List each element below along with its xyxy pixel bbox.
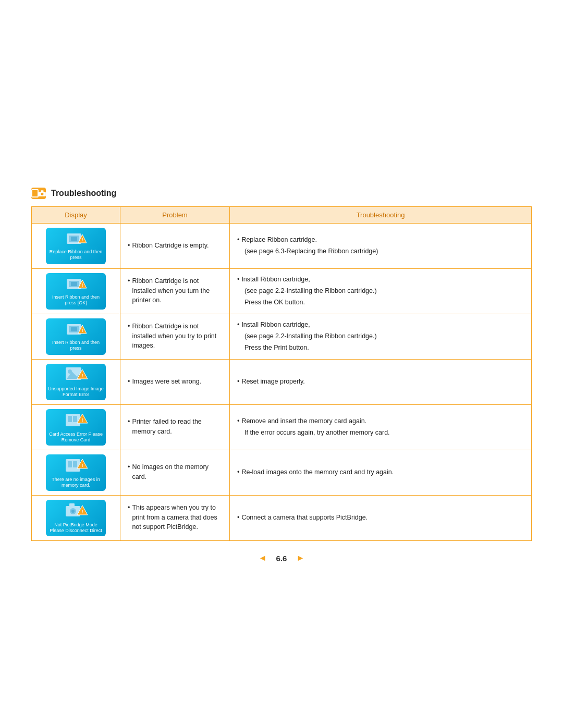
table-row: ! Not PictBridge Mode Please Disconnect … xyxy=(32,496,532,541)
col-header-troubleshooting: Troubleshooting xyxy=(230,207,532,224)
display-cell: ! Replace Ribbon and then press xyxy=(32,224,120,269)
display-cell: ! Card Access Error Please Remove Card xyxy=(32,405,120,450)
problem-cell: •Images were set wrong. xyxy=(120,360,230,405)
svg-rect-15 xyxy=(71,327,77,331)
troubleshoot-cell: •Re-load images onto the memory card and… xyxy=(230,450,532,496)
table-row: ! There are no images in memory card.•No… xyxy=(32,450,532,496)
page-number: 6.6 xyxy=(276,554,287,563)
problem-cell: •Ribbon Cartridge is not installed when … xyxy=(120,269,230,314)
prev-page-arrow[interactable]: ◄ xyxy=(259,553,267,563)
svg-rect-29 xyxy=(68,461,72,467)
problem-cell: •Printer failed to read the memory card. xyxy=(120,405,230,450)
table-row: ! Card Access Error Please Remove Card•P… xyxy=(32,405,532,450)
section-title: Troubleshooting xyxy=(31,188,532,199)
problem-cell: •No images on the memory card. xyxy=(120,450,230,496)
troubleshoot-cell: •Replace Ribbon cartridge.(see page 6.3-… xyxy=(230,224,532,269)
svg-rect-5 xyxy=(71,237,77,241)
section-icon xyxy=(31,188,46,199)
display-cell: ! There are no images in memory card. xyxy=(32,450,120,496)
page-navigation: ◄ 6.6 ► xyxy=(31,553,532,563)
svg-rect-10 xyxy=(71,282,77,286)
troubleshoot-cell: •Install Ribbon cartridge,(see page 2.2-… xyxy=(230,269,532,314)
section-title-text: Troubleshooting xyxy=(51,189,116,198)
troubleshoot-cell: •Remove and insert the memory card again… xyxy=(230,405,532,450)
display-cell: ! Insert Ribbon and then press [OK] xyxy=(32,269,120,314)
svg-text:!: ! xyxy=(81,417,83,423)
svg-text:!: ! xyxy=(81,328,83,333)
svg-rect-25 xyxy=(73,416,77,422)
troubleshoot-cell: •Reset image properly. xyxy=(230,360,532,405)
svg-rect-1 xyxy=(41,190,44,192)
col-header-problem: Problem xyxy=(120,207,230,224)
problem-cell: •Ribbon Cartridge is empty. xyxy=(120,224,230,269)
troubleshooting-table: Display Problem Troubleshooting ! Replac… xyxy=(31,206,532,541)
svg-rect-34 xyxy=(69,503,75,507)
troubleshoot-cell: •Connect a camera that supports PictBrid… xyxy=(230,496,532,541)
svg-text:!: ! xyxy=(81,509,83,514)
display-cell: ! Not PictBridge Mode Please Disconnect … xyxy=(32,496,120,541)
table-row: ! Insert Ribbon and then press [OK]•Ribb… xyxy=(32,269,532,314)
col-header-display: Display xyxy=(32,207,120,224)
svg-rect-24 xyxy=(68,416,72,422)
display-cell: ! Unsupported Image Image Format Error xyxy=(32,360,120,405)
problem-cell: •Ribbon Cartridge is not installed when … xyxy=(120,314,230,360)
display-cell: ! Insert Ribbon and then press xyxy=(32,314,120,360)
next-page-arrow[interactable]: ► xyxy=(296,553,304,563)
table-row: ! Insert Ribbon and then press•Ribbon Ca… xyxy=(32,314,532,360)
problem-cell: •This appears when you try to print from… xyxy=(120,496,230,541)
svg-point-36 xyxy=(71,510,75,513)
svg-text:!: ! xyxy=(81,237,83,242)
table-row: ! Unsupported Image Image Format Error•I… xyxy=(32,360,532,405)
svg-text:!: ! xyxy=(81,463,83,468)
svg-rect-30 xyxy=(73,461,77,467)
svg-text:!: ! xyxy=(81,282,83,288)
svg-text:!: ! xyxy=(81,373,83,378)
svg-point-2 xyxy=(41,193,44,195)
table-row: ! Replace Ribbon and then press•Ribbon C… xyxy=(32,224,532,269)
troubleshoot-cell: •Install Ribbon cartridge,(see page 2.2-… xyxy=(230,314,532,360)
